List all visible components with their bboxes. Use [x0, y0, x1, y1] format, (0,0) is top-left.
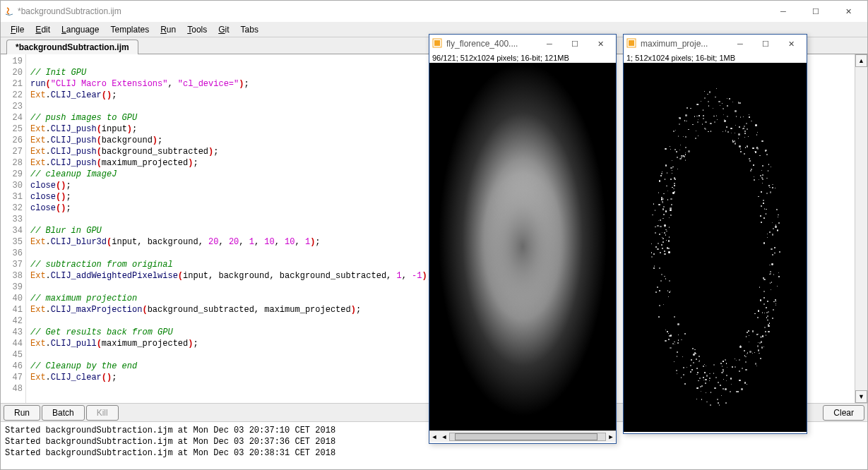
main-window-title: *backgroundSubtraction.ijm: [18, 6, 767, 16]
menu-run[interactable]: Run: [155, 23, 182, 36]
image-info-line: 96/121; 512x1024 pixels; 16-bit; 121MB: [429, 53, 616, 63]
close-button[interactable]: ✕: [832, 1, 864, 22]
batch-button[interactable]: Batch: [42, 405, 85, 421]
svg-rect-1: [434, 40, 440, 46]
image-window-title: fly_florence_400....: [446, 39, 537, 49]
menu-tabs[interactable]: Tabs: [235, 23, 264, 36]
img-close-button[interactable]: ✕: [588, 35, 613, 52]
img-maximize-button[interactable]: ☐: [753, 35, 778, 52]
run-button[interactable]: Run: [4, 405, 40, 421]
image-titlebar[interactable]: maximum_proje...─☐✕: [624, 35, 807, 53]
slider-prev-button[interactable]: ◄: [429, 433, 439, 440]
slider-prev2-button[interactable]: ◄: [439, 433, 449, 440]
slider-next-button[interactable]: ►: [606, 433, 616, 440]
img-minimize-button[interactable]: ─: [537, 35, 562, 52]
scroll-down-button[interactable]: ▼: [855, 390, 867, 403]
img-minimize-button[interactable]: ─: [727, 35, 753, 52]
imagej-icon: [432, 38, 444, 49]
minimize-button[interactable]: ─: [767, 1, 799, 22]
scroll-up-button[interactable]: ▲: [855, 54, 867, 67]
menu-edit[interactable]: Edit: [30, 23, 56, 36]
vertical-scrollbar[interactable]: ▲ ▼: [855, 54, 867, 403]
image-window-title: maximum_proje...: [641, 39, 727, 49]
java-icon: [4, 6, 15, 17]
image-window-0[interactable]: fly_florence_400....─☐✕96/121; 512x1024 …: [429, 34, 617, 444]
menu-tools[interactable]: Tools: [182, 23, 213, 36]
tab-script[interactable]: *backgroundSubtraction.ijm: [6, 40, 138, 54]
slice-slider[interactable]: ◄◄►: [429, 430, 616, 442]
imagej-icon: [626, 38, 638, 49]
clear-button[interactable]: Clear: [823, 405, 864, 421]
kill-button[interactable]: Kill: [86, 405, 119, 421]
slider-thumb[interactable]: [455, 433, 598, 440]
img-maximize-button[interactable]: ☐: [562, 35, 588, 52]
maximize-button[interactable]: ☐: [799, 1, 832, 22]
image-titlebar[interactable]: fly_florence_400....─☐✕: [429, 35, 616, 53]
line-number-gutter: 1920212223242526272829303132333435363738…: [1, 54, 26, 403]
menu-language[interactable]: Language: [56, 23, 105, 36]
image-canvas[interactable]: [624, 63, 807, 432]
image-window-1[interactable]: maximum_proje...─☐✕1; 512x1024 pixels; 1…: [623, 34, 807, 434]
slider-track[interactable]: [449, 433, 606, 441]
main-titlebar[interactable]: *backgroundSubtraction.ijm ─ ☐ ✕: [1, 1, 867, 22]
image-canvas[interactable]: [429, 63, 616, 430]
menu-templates[interactable]: Templates: [105, 23, 155, 36]
img-close-button[interactable]: ✕: [778, 35, 804, 52]
image-info-line: 1; 512x1024 pixels; 16-bit; 1MB: [624, 53, 807, 63]
svg-rect-3: [629, 40, 634, 46]
menu-git[interactable]: Git: [213, 23, 234, 36]
menu-file[interactable]: File: [5, 23, 30, 36]
